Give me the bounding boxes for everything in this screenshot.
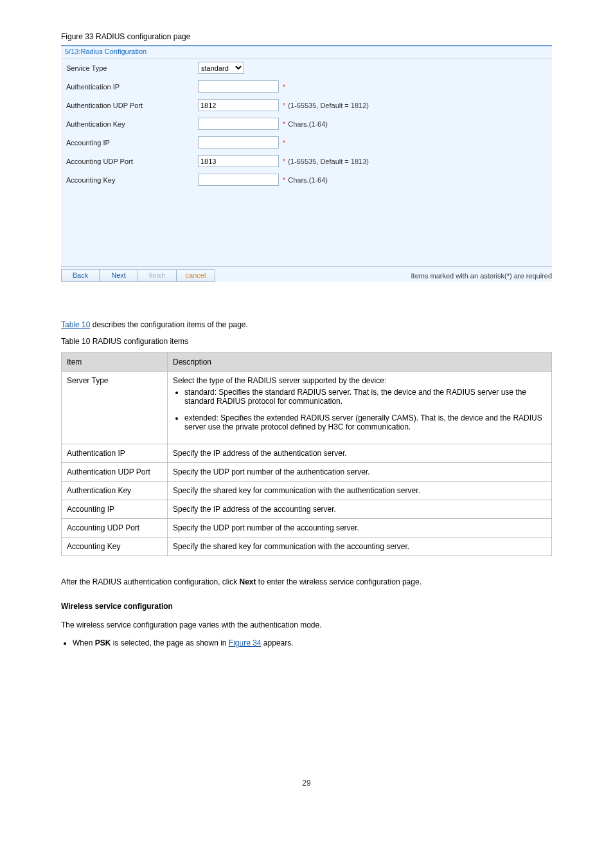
label-auth-key: Authentication Key [66, 120, 198, 128]
th-desc: Description [168, 353, 552, 372]
label-acct-udp: Accounting UDP Port [66, 158, 198, 165]
table-row: Accounting Key Specify the shared key fo… [62, 538, 552, 556]
row-acct-key: Accounting Key * Chars.(1-64) [61, 170, 552, 189]
list-item: standard: Specifies the standard RADIUS … [184, 388, 546, 406]
acct-ip-input[interactable] [198, 136, 279, 149]
row-auth-key: Authentication Key * Chars.(1-64) [61, 114, 552, 133]
label-service-type: Service Type [66, 64, 198, 72]
table-row: Accounting IP Specify the IP address of … [62, 500, 552, 519]
row-acct-udp: Accounting UDP Port * (1-65535, Default … [61, 152, 552, 170]
below-text: After the RADIUS authentication configur… [61, 575, 552, 650]
acct-key-input[interactable] [198, 174, 279, 186]
cell-desc: Specify the UDP port number of the authe… [168, 463, 552, 482]
row-auth-udp: Authentication UDP Port * (1-65535, Defa… [61, 96, 552, 114]
required-note: Items marked with an asterisk(*) are req… [411, 272, 552, 280]
label-acct-key: Accounting Key [66, 176, 198, 184]
cell-desc: Specify the UDP port number of the accou… [168, 519, 552, 538]
list-item: extended: Specifies the extended RADIUS … [184, 413, 546, 431]
acct-udp-input[interactable] [198, 155, 279, 167]
auth-udp-input[interactable] [198, 99, 279, 111]
cancel-button[interactable]: cancel [177, 269, 215, 282]
required-marker: * [283, 120, 285, 128]
required-marker: * [283, 176, 285, 184]
cell-item: Server Type [62, 372, 168, 444]
th-item: Item [62, 353, 168, 372]
auth-udp-hint: (1-65535, Default = 1812) [288, 102, 369, 109]
radius-config-panel: 5/13:Radius Configuration Service Type s… [61, 45, 552, 282]
cell-item: Accounting UDP Port [62, 519, 168, 538]
auth-key-input[interactable] [198, 118, 279, 130]
row-acct-ip: Accounting IP * [61, 133, 552, 152]
service-type-select[interactable]: standard [198, 62, 244, 74]
table-row: Server Type Select the type of the RADIU… [62, 372, 552, 444]
cell-item: Authentication Key [62, 482, 168, 500]
cell-desc: Specify the shared key for communication… [168, 482, 552, 500]
label-auth-udp: Authentication UDP Port [66, 102, 198, 109]
finish-button[interactable]: finish [138, 269, 177, 282]
config-items-table: Item Description Server Type Select the … [61, 352, 552, 556]
row-auth-ip: Authentication IP * [61, 77, 552, 96]
cell-desc: Specify the IP address of the accounting… [168, 500, 552, 519]
required-marker: * [283, 102, 285, 109]
label-acct-ip: Accounting IP [66, 139, 198, 147]
cell-desc: Select the type of the RADIUS server sup… [168, 372, 552, 444]
table-row: Authentication UDP Port Specify the UDP … [62, 463, 552, 482]
label-auth-ip: Authentication IP [66, 83, 198, 91]
figure-caption: Figure 33 RADIUS configuration page [61, 32, 552, 41]
table-title: Table 10 RADIUS configuration items [61, 337, 552, 346]
required-marker: * [283, 139, 285, 147]
acct-key-hint: Chars.(1-64) [288, 176, 328, 184]
section-heading: Wireless service configuration [61, 602, 173, 611]
row-service-type: Service Type standard ▾ [61, 59, 552, 77]
next-button[interactable]: Next [100, 269, 138, 282]
auth-ip-input[interactable] [198, 80, 279, 93]
table-row: Accounting UDP Port Specify the UDP port… [62, 519, 552, 538]
cell-desc: Specify the IP address of the authentica… [168, 444, 552, 463]
cell-item: Authentication IP [62, 444, 168, 463]
back-button[interactable]: Back [61, 269, 100, 282]
acct-udp-hint: (1-65535, Default = 1813) [288, 158, 369, 165]
table-row: Authentication IP Specify the IP address… [62, 444, 552, 463]
required-marker: * [283, 83, 285, 91]
page-number: 29 [61, 779, 552, 788]
table-row: Authentication Key Specify the shared ke… [62, 482, 552, 500]
table-caption-rest: describes the configuration items of the… [90, 320, 247, 329]
list-item: When PSK is selected, the page as shown … [73, 637, 552, 649]
button-bar: Back Next finish cancel Items marked wit… [61, 266, 552, 282]
cell-item: Authentication UDP Port [62, 463, 168, 482]
table-ref-link[interactable]: Table 10 [61, 320, 90, 329]
cell-desc: Specify the shared key for communication… [168, 538, 552, 556]
panel-title: 5/13:Radius Configuration [61, 46, 552, 59]
auth-key-hint: Chars.(1-64) [288, 120, 328, 128]
cell-item: Accounting Key [62, 538, 168, 556]
cell-item: Accounting IP [62, 500, 168, 519]
figure-ref-link[interactable]: Figure 34 [229, 638, 262, 647]
required-marker: * [283, 158, 285, 165]
